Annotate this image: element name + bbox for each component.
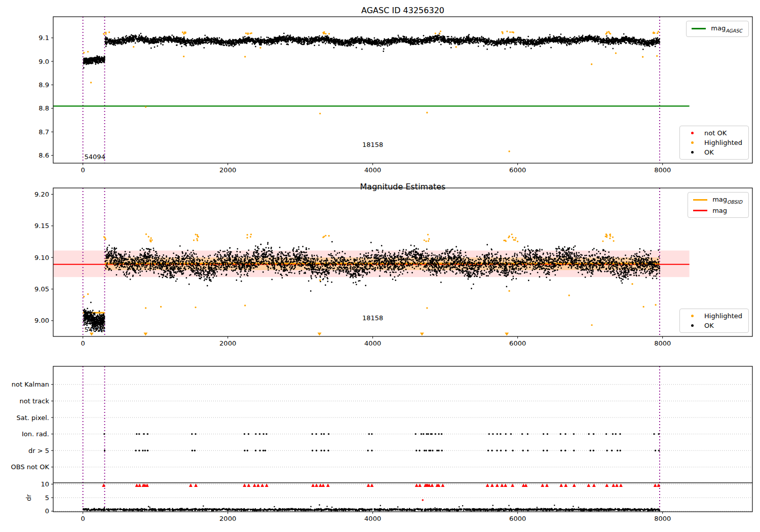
ok-points-segment-1 <box>104 32 660 52</box>
legend-dot-swatch <box>685 141 699 144</box>
y-tick-label: 8.8 <box>39 104 49 112</box>
swatch-mark <box>691 141 694 144</box>
y-tick-label: not track <box>19 397 49 405</box>
y-tick-label: Ion. rad. <box>22 430 49 438</box>
y-tick-label: OBS not OK <box>11 463 50 471</box>
legend-label: magOBSID <box>712 196 742 205</box>
legend-item-ok: OK <box>685 322 742 329</box>
x-tick-label: 8000 <box>654 515 671 522</box>
legend-label: Highlighted <box>704 139 742 146</box>
legend-item-mag: mag <box>693 207 742 214</box>
dr-ok-points <box>83 504 660 511</box>
annotation-18158: 18158 <box>362 314 383 322</box>
y-tick-label: 9.00 <box>34 317 49 324</box>
legend-label: not OK <box>704 129 727 137</box>
legend-item-highlighted: Highlighted <box>685 139 742 146</box>
magnitude-estimates-plot: 5409418158020004000600080009.009.059.109… <box>34 188 752 347</box>
highlighted-cluster-points <box>103 234 615 243</box>
x-tick-label: 0 <box>81 515 85 522</box>
y-axis-label: dr <box>25 494 32 501</box>
y-tick-label: 9.10 <box>34 254 49 261</box>
y-tick-label: 8.6 <box>39 151 49 159</box>
y-tick-label: 8.7 <box>39 128 49 136</box>
x-tick-label: 6000 <box>509 515 526 522</box>
top-plot-title: AGASC ID 43256320 <box>53 6 752 15</box>
legend-line-swatch <box>693 210 707 211</box>
y-tick-label: 9.1 <box>39 34 49 42</box>
swatch-mark <box>693 210 707 211</box>
figure-canvas: 5409418158020004000600080008.68.78.88.99… <box>0 0 760 532</box>
magnitude-estimates-plot-legend-bottom-right: HighlightedOK <box>679 309 749 333</box>
x-tick-label: 2000 <box>219 339 236 347</box>
y-tick-label: 0 <box>45 507 49 515</box>
legend-label: Highlighted <box>704 312 742 320</box>
legend-dot-swatch <box>685 151 699 154</box>
y-tick-label: Sat. pixel. <box>17 414 49 422</box>
legend-dot-swatch <box>685 324 699 327</box>
magnitude-estimates-plot-legend-top-right: magOBSIDmag <box>688 192 749 218</box>
legend-item-not-ok: not OK <box>685 129 742 137</box>
swatch-mark <box>692 28 706 29</box>
legend-item-ok: OK <box>685 148 742 156</box>
y-tick-label: 9.20 <box>34 191 49 198</box>
swatch-mark <box>691 324 694 327</box>
swatch-mark <box>691 151 694 154</box>
legend-label: mag <box>712 207 727 214</box>
y-tick-label: not Kalman <box>12 381 49 388</box>
agasc-magnitude-plot-legend-bottom-right: not OKHighlightedOK <box>679 126 749 160</box>
x-tick-label: 0 <box>81 339 85 347</box>
x-tick-label: 8000 <box>654 339 671 347</box>
legend-label: OK <box>704 322 714 329</box>
x-tick-label: 4000 <box>364 515 381 522</box>
swatch-mark <box>691 315 694 317</box>
x-tick-label: 2000 <box>219 166 236 174</box>
x-tick-label: 0 <box>81 166 85 174</box>
x-tick-label: 8000 <box>654 166 671 174</box>
middle-plot-title: Magnitude Estimates <box>53 182 752 192</box>
y-tick-label: dr > 5 <box>28 447 49 454</box>
agasc-magnitude-plot-legend-top-right: magAGASC <box>686 21 749 37</box>
y-tick-label: 9.0 <box>39 58 49 65</box>
x-tick-label: 4000 <box>364 339 381 347</box>
annotation-18158: 18158 <box>362 141 383 148</box>
annotation-54094: 54094 <box>84 326 105 333</box>
flags-and-dr-plot: 02000400060008000not Kalmannot trackSat.… <box>11 366 753 522</box>
swatch-mark <box>693 199 707 201</box>
x-tick-label: 6000 <box>509 339 526 347</box>
legend-item-highlighted: Highlighted <box>685 312 742 320</box>
legend-item-mag: magAGASC <box>692 24 742 33</box>
legend-item-mag: magOBSID <box>693 196 742 205</box>
legend-line-swatch <box>692 28 706 29</box>
highlighted-cluster-points <box>103 30 659 35</box>
x-tick-label: 4000 <box>364 166 381 174</box>
y-tick-label: 8.9 <box>39 81 49 89</box>
y-tick-label: 9.15 <box>34 222 49 230</box>
legend-label: magAGASC <box>711 24 742 33</box>
not-ok-points <box>422 499 424 501</box>
annotation-54094: 54094 <box>84 153 105 161</box>
ok-points-segment-0 <box>83 55 105 68</box>
y-tick-label: 9.05 <box>34 285 49 293</box>
matplotlib-figure: 5409418158020004000600080008.68.78.88.99… <box>0 0 760 532</box>
agasc-magnitude-plot: 5409418158020004000600080008.68.78.88.99… <box>39 17 752 174</box>
swatch-mark <box>691 132 694 134</box>
legend-dot-swatch <box>685 315 699 317</box>
flag-points <box>103 433 660 451</box>
plot-border <box>53 366 752 512</box>
legend-line-swatch <box>693 199 707 201</box>
x-tick-label: 6000 <box>509 166 526 174</box>
y-tick-label: 10 <box>41 480 49 488</box>
legend-label: OK <box>704 148 714 156</box>
clipped-point-markers <box>90 333 509 336</box>
highlighted-outlier-points <box>83 46 658 153</box>
legend-dot-swatch <box>685 132 699 134</box>
x-tick-label: 2000 <box>219 515 236 522</box>
y-tick-label: 5 <box>45 494 49 502</box>
